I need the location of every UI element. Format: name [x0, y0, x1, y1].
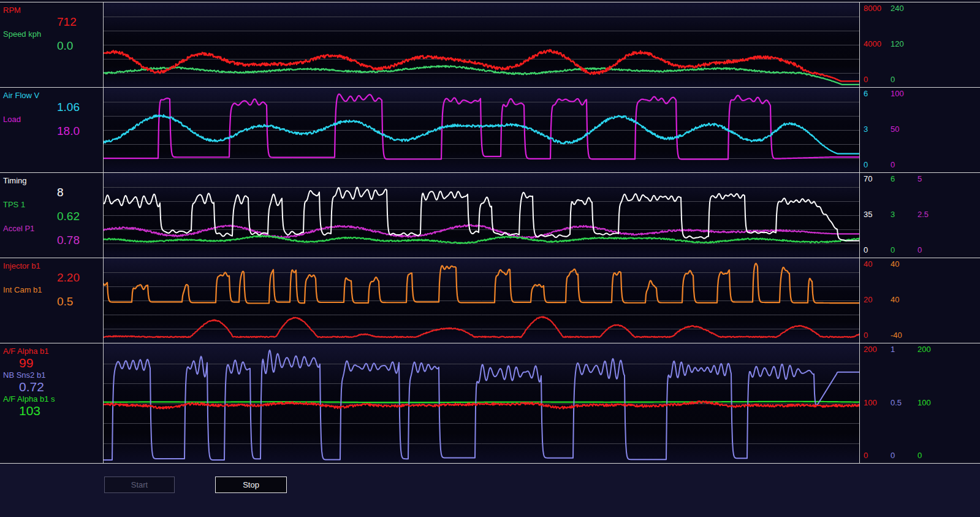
axis-column: 70350 — [864, 175, 891, 255]
start-button[interactable]: Start — [104, 477, 175, 493]
axis-tick: 0 — [891, 75, 917, 84]
axis-ticks: 7035063052.50 — [860, 173, 980, 258]
chart-area — [103, 2, 860, 87]
series-value: 99 — [19, 356, 103, 370]
control-bar: Start Stop — [0, 464, 980, 517]
axis-tick: 200 — [864, 345, 891, 354]
panel-injector-intcam: Injector b12.20Int Cam b10.5402004040-40 — [0, 258, 980, 343]
axis-tick: 0.5 — [891, 399, 917, 407]
axis-tick: 20 — [864, 296, 891, 304]
axis-tick: 3 — [891, 210, 917, 219]
series-value: 712 — [57, 15, 103, 29]
axis-tick: 0 — [891, 451, 917, 460]
panel-afr-alpha: A/F Alpha b199NB Sns2 b10.72A/F Alpha b1… — [0, 343, 980, 463]
axis-tick: 40 — [891, 296, 917, 304]
axis-tick: 40 — [864, 260, 891, 269]
axis-tick: 240 — [891, 4, 917, 13]
series-label: A/F Alpha b1 s — [3, 394, 103, 404]
stop-button[interactable]: Stop — [215, 477, 287, 493]
panel-timing-tps-accel: Timing8TPS 10.62Accel P10.787035063052.5… — [0, 172, 980, 258]
axis-tick: 0 — [917, 246, 944, 255]
chart-canvas — [104, 88, 859, 172]
series-label: RPM — [3, 6, 103, 15]
axis-tick: 40 — [891, 260, 917, 269]
axis-tick: 0 — [864, 331, 891, 340]
panel-labels: Injector b12.20Int Cam b10.5 — [0, 258, 103, 343]
axis-tick: 1 — [891, 345, 917, 354]
axis-tick: 3 — [864, 125, 891, 134]
series-value: 0.62 — [57, 210, 103, 223]
series-label: Load — [3, 115, 103, 124]
axis-tick: 2.5 — [917, 210, 944, 219]
axis-tick: 8000 — [864, 4, 891, 13]
axis-ticks: 200100010.502001000 — [860, 343, 980, 463]
axis-tick: 35 — [864, 210, 891, 219]
chart-area — [103, 258, 860, 343]
axis-column: 100500 — [891, 90, 917, 169]
series-label: Air Flow V — [3, 91, 103, 101]
axis-tick: 6 — [891, 175, 917, 183]
axis-column: 4040-40 — [891, 260, 917, 340]
series-label: NB Sns2 b1 — [3, 370, 103, 380]
series-value: 0.0 — [57, 39, 103, 53]
axis-tick: 6 — [864, 90, 891, 98]
panel-labels: Air Flow V1.06Load18.0 — [0, 88, 103, 172]
axis-tick: 0 — [864, 161, 891, 169]
chart-area — [103, 88, 860, 172]
axis-ticks: 630100500 — [860, 88, 980, 172]
axis-tick: 5 — [917, 175, 944, 183]
axis-tick: 100 — [864, 399, 891, 407]
axis-tick: 50 — [891, 125, 917, 134]
axis-column: 2401200 — [891, 4, 917, 84]
chart-canvas — [104, 343, 859, 463]
chart-panels: RPM712Speed kph0.08000400002401200Air Fl… — [0, 2, 980, 464]
axis-tick: 0 — [864, 451, 891, 460]
chart-canvas — [104, 173, 859, 258]
series-value: 103 — [19, 404, 103, 418]
series-label: Speed kph — [3, 29, 103, 39]
axis-column: 630 — [891, 175, 917, 255]
series-value: 18.0 — [57, 124, 103, 138]
series-label: Accel P1 — [3, 224, 103, 234]
diagnostic-logger-app: RPM712Speed kph0.08000400002401200Air Fl… — [0, 0, 980, 517]
axis-tick: 100 — [917, 399, 944, 407]
panel-labels: A/F Alpha b199NB Sns2 b10.72A/F Alpha b1… — [0, 343, 103, 463]
panel-airflow-load: Air Flow V1.06Load18.0630100500 — [0, 87, 980, 172]
axis-tick: 120 — [891, 40, 917, 48]
axis-column: 10.50 — [891, 345, 917, 460]
series-label: Injector b1 — [3, 261, 103, 271]
series-label: A/F Alpha b1 — [3, 347, 103, 356]
series-label: Timing — [3, 176, 103, 186]
axis-tick: 100 — [891, 90, 917, 98]
series-value: 0.78 — [57, 234, 103, 247]
axis-column: 40200 — [864, 260, 891, 340]
axis-column: 630 — [864, 90, 891, 169]
series-label: TPS 1 — [3, 200, 103, 210]
series-value: 1.06 — [57, 101, 103, 114]
axis-column: 2001000 — [917, 345, 944, 460]
axis-column: 52.50 — [917, 175, 944, 255]
series-value: 0.5 — [57, 295, 103, 308]
axis-ticks: 8000400002401200 — [860, 2, 980, 87]
axis-tick: 0 — [891, 161, 917, 169]
axis-column: 800040000 — [864, 4, 891, 84]
axis-tick: 200 — [917, 345, 944, 354]
panel-rpm-speed: RPM712Speed kph0.08000400002401200 — [0, 2, 980, 87]
series-value: 0.72 — [19, 380, 103, 394]
panel-labels: RPM712Speed kph0.0 — [0, 2, 103, 87]
chart-canvas — [104, 2, 859, 87]
chart-area — [103, 343, 860, 463]
series-value: 8 — [57, 186, 103, 199]
axis-column: 2001000 — [864, 345, 891, 460]
series-label: Int Cam b1 — [3, 285, 103, 295]
panel-labels: Timing8TPS 10.62Accel P10.78 — [0, 173, 103, 258]
axis-tick: 4000 — [864, 40, 891, 48]
axis-tick: 70 — [864, 175, 891, 183]
axis-tick: -40 — [891, 331, 917, 340]
axis-tick: 0 — [917, 451, 944, 460]
axis-ticks: 402004040-40 — [860, 258, 980, 343]
axis-tick: 0 — [864, 75, 891, 84]
series-value: 2.20 — [57, 271, 103, 285]
chart-area — [103, 173, 860, 258]
axis-tick: 0 — [864, 246, 891, 255]
